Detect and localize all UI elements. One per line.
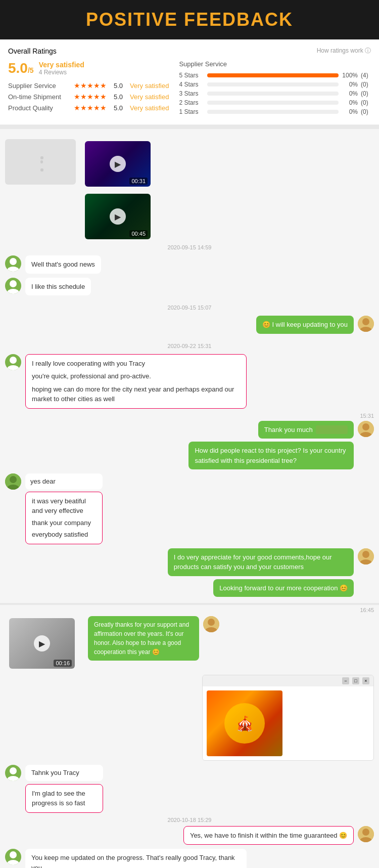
festival-decoration: 🎪 — [224, 703, 265, 744]
stars-quality: ★★★★★ — [74, 104, 107, 112]
bar-pct-3: 0% — [342, 99, 358, 106]
text-love1: I really love cooperating with you Tracy — [32, 359, 240, 369]
star-label-4: 1 Stars — [179, 108, 204, 115]
ratings-table: Supplier Service ★★★★★ 5.0 Very satisfie… — [8, 81, 169, 112]
festival-image: 🎪 — [207, 690, 282, 756]
text-love3: hoping we can do more for the city next … — [32, 384, 240, 404]
rating-label-quality: Product Quality — [8, 104, 69, 112]
score-display: 5.0/5 — [8, 60, 34, 76]
svg-point-22 — [7, 776, 19, 781]
video-thumb-2[interactable]: ▶ 00:45 — [85, 194, 151, 239]
score-number: 5.0 — [8, 60, 28, 76]
chat3-media-row: ▶ 00:16 Greatly thanks for your support … — [5, 616, 374, 671]
bar-count-3: (0) — [361, 99, 371, 106]
ratings-right: Supplier Service 5 Stars 100% (4) 4 Star… — [179, 60, 371, 117]
chat-row-tahnk: Tahnk you Tracy I'm glad to see the prog… — [5, 765, 374, 813]
text-updating: 😊 I will keep updating to you — [262, 321, 348, 328]
win-close[interactable]: × — [362, 677, 369, 684]
chat-section-1: ▶ 00:31 ▶ 00:45 — [0, 134, 379, 241]
svg-point-7 — [10, 357, 17, 364]
svg-point-16 — [362, 551, 369, 558]
chat-row-keep: You keep me updated on the progress. Tha… — [5, 849, 374, 868]
right-bubbles: Thank you much ████ How did people react… — [83, 421, 358, 470]
bubble-yesdear: yes dear — [25, 473, 103, 490]
window-content: 🎪 — [203, 686, 373, 760]
win-minimize[interactable]: − — [342, 677, 349, 684]
avatar-left-tk — [5, 765, 21, 781]
star-bar-row-2: 3 Stars 0% (0) — [179, 90, 371, 97]
timestamp-2: 2020-09-15 15:07 — [0, 305, 379, 311]
score-info: Very satisfied 4 Reviews — [39, 61, 84, 76]
star-bars: 5 Stars 100% (4) 4 Stars 0% (0) 3 Stars … — [179, 72, 371, 115]
timestamp-3: 2020-09-22 15:31 — [0, 343, 379, 349]
bubble-greatly: Greatly thanks for your support and affi… — [88, 616, 199, 661]
video-thumb-1[interactable]: ▶ 00:31 — [85, 141, 151, 187]
play-button-3[interactable]: ▶ — [34, 635, 50, 652]
svg-point-1 — [7, 267, 19, 272]
avatar-right-1 — [358, 316, 374, 332]
bubble-tahnk: Tahnk you Tracy — [25, 765, 103, 781]
bar-track-2 — [207, 92, 339, 96]
score-shipment: 5.0 — [114, 93, 123, 101]
chat-row-yesdear: yes dear it was very beatiful and very e… — [5, 473, 374, 544]
page-title: POSITIVE FEEDBACK — [0, 9, 379, 30]
blurred-name: ████ — [316, 425, 348, 434]
video-column: ▶ 00:31 ▶ 00:45 — [81, 139, 155, 241]
bubble-appreciate: I do very appreciate for your good comme… — [168, 548, 354, 576]
score-box: 5.0/5 Very satisfied 4 Reviews — [8, 60, 169, 76]
text-goodnews: Well that's good news — [31, 261, 95, 268]
chat-row-updating: 😊 I will keep updating to you — [5, 316, 374, 334]
timestamp-1: 2020-09-15 14:59 — [0, 244, 379, 250]
avatar-right-ap — [358, 548, 374, 565]
status-shipment: Very satisfied — [130, 93, 169, 101]
right-msg-updating: 😊 I will keep updating to you — [0, 314, 379, 340]
right-bubbles-2: I do very appreciate for your good comme… — [48, 548, 358, 597]
text-keep: You keep me updated on the progress. Tha… — [31, 854, 235, 868]
text-thankyour: thank your company — [32, 518, 96, 528]
ratings-content: 5.0/5 Very satisfied 4 Reviews Supplier … — [8, 60, 371, 117]
play-button-1[interactable]: ▶ — [110, 156, 126, 172]
video-thumb-3[interactable]: ▶ 00:16 — [9, 618, 75, 669]
ts-right-3: 16:45 — [5, 607, 374, 613]
win-maximize[interactable]: □ — [352, 677, 359, 684]
chat-section-3: 16:45 ▶ 00:16 Greatly thanks for your su… — [0, 605, 379, 868]
stars-service: ★★★★★ — [74, 81, 107, 90]
timestamp-chat3b: 2020-10-18 15:29 — [5, 817, 374, 823]
bar-pct-1: 0% — [342, 81, 358, 88]
timestamp-right: 15:31 — [5, 413, 374, 419]
avatar-left-love — [5, 354, 21, 370]
chat-row-schedule: I like this schedule — [5, 278, 374, 296]
chat-row-finish: Yes, we have to finish it within the tim… — [5, 826, 374, 845]
avatar-right-gr — [203, 616, 219, 632]
bubble-thankyou: Thank you much ████ — [258, 421, 354, 439]
bubble-react: How did people react to this project? Is… — [188, 442, 354, 469]
rating-label-shipment: On-time Shipment — [8, 93, 69, 101]
bubble-looking: Looking forward to our more cooperation … — [213, 579, 354, 597]
svg-point-26 — [10, 851, 17, 858]
chat-row-greatly: Greatly thanks for your support and affi… — [84, 616, 219, 661]
star-bar-row-4: 1 Stars 0% (0) — [179, 108, 371, 115]
bar-pct-0: 100% — [342, 72, 358, 79]
star-bar-row-1: 4 Stars 0% (0) — [179, 81, 371, 88]
star-label-1: 4 Stars — [179, 81, 204, 88]
star-bar-row-3: 2 Stars 0% (0) — [179, 99, 371, 106]
text-react: How did people react to this project? Is… — [195, 447, 346, 464]
score-quality: 5.0 — [114, 104, 123, 112]
text-everybody: everybody satisfied — [32, 530, 96, 540]
rating-row-quality: Product Quality ★★★★★ 5.0 Very satisfied — [8, 104, 169, 112]
svg-point-0 — [10, 258, 17, 265]
chat-area: ▶ 00:31 ▶ 00:45 2020-09-15 14:59 Well th… — [0, 129, 379, 868]
rating-label-service: Supplier Service — [8, 82, 69, 90]
chat-row-appreciate: I do very appreciate for your good comme… — [5, 548, 374, 597]
rating-row-shipment: On-time Shipment ★★★★★ 5.0 Very satisfie… — [8, 93, 169, 101]
text-tahnk: Tahnk you Tracy — [31, 769, 79, 776]
how-ratings-link[interactable]: How ratings work ⓘ — [317, 47, 371, 55]
avatar-left-yd — [5, 473, 21, 490]
right-chat3-column: Greatly thanks for your support and affi… — [84, 616, 219, 671]
ratings-top-bar: Overall Ratings How ratings work ⓘ — [8, 47, 371, 55]
divider-1 — [0, 125, 379, 129]
text-thankyou: Thank you much — [264, 425, 313, 435]
play-button-2[interactable]: ▶ — [110, 208, 126, 225]
star-label-2: 3 Stars — [179, 90, 204, 97]
supplier-service-label: Supplier Service — [179, 60, 371, 68]
